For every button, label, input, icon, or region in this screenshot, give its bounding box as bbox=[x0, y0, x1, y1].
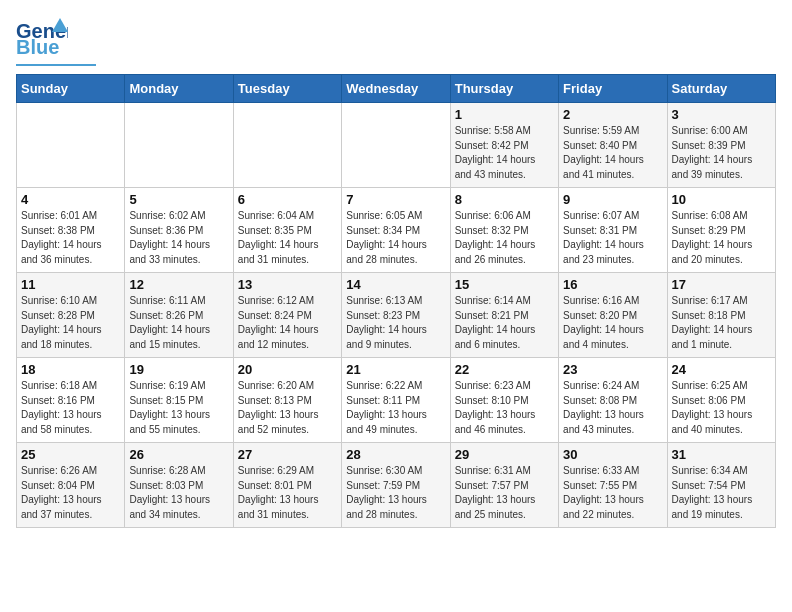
calendar-cell: 13Sunrise: 6:12 AM Sunset: 8:24 PM Dayli… bbox=[233, 273, 341, 358]
calendar-header-row: SundayMondayTuesdayWednesdayThursdayFrid… bbox=[17, 75, 776, 103]
calendar-cell: 3Sunrise: 6:00 AM Sunset: 8:39 PM Daylig… bbox=[667, 103, 775, 188]
day-info: Sunrise: 6:30 AM Sunset: 7:59 PM Dayligh… bbox=[346, 464, 445, 522]
logo-line bbox=[16, 64, 96, 66]
day-number: 2 bbox=[563, 107, 662, 122]
day-number: 26 bbox=[129, 447, 228, 462]
calendar-cell: 22Sunrise: 6:23 AM Sunset: 8:10 PM Dayli… bbox=[450, 358, 558, 443]
calendar-cell: 6Sunrise: 6:04 AM Sunset: 8:35 PM Daylig… bbox=[233, 188, 341, 273]
day-number: 31 bbox=[672, 447, 771, 462]
calendar-body: 1Sunrise: 5:58 AM Sunset: 8:42 PM Daylig… bbox=[17, 103, 776, 528]
calendar-cell bbox=[342, 103, 450, 188]
day-info: Sunrise: 6:04 AM Sunset: 8:35 PM Dayligh… bbox=[238, 209, 337, 267]
calendar-cell bbox=[233, 103, 341, 188]
calendar-cell: 19Sunrise: 6:19 AM Sunset: 8:15 PM Dayli… bbox=[125, 358, 233, 443]
day-info: Sunrise: 6:25 AM Sunset: 8:06 PM Dayligh… bbox=[672, 379, 771, 437]
weekday-header-thursday: Thursday bbox=[450, 75, 558, 103]
calendar-cell: 26Sunrise: 6:28 AM Sunset: 8:03 PM Dayli… bbox=[125, 443, 233, 528]
day-number: 11 bbox=[21, 277, 120, 292]
day-info: Sunrise: 6:00 AM Sunset: 8:39 PM Dayligh… bbox=[672, 124, 771, 182]
calendar-cell: 11Sunrise: 6:10 AM Sunset: 8:28 PM Dayli… bbox=[17, 273, 125, 358]
day-info: Sunrise: 6:34 AM Sunset: 7:54 PM Dayligh… bbox=[672, 464, 771, 522]
weekday-header-friday: Friday bbox=[559, 75, 667, 103]
day-number: 21 bbox=[346, 362, 445, 377]
day-info: Sunrise: 6:08 AM Sunset: 8:29 PM Dayligh… bbox=[672, 209, 771, 267]
day-info: Sunrise: 6:14 AM Sunset: 8:21 PM Dayligh… bbox=[455, 294, 554, 352]
day-number: 29 bbox=[455, 447, 554, 462]
weekday-header-wednesday: Wednesday bbox=[342, 75, 450, 103]
calendar-cell: 1Sunrise: 5:58 AM Sunset: 8:42 PM Daylig… bbox=[450, 103, 558, 188]
calendar-cell: 4Sunrise: 6:01 AM Sunset: 8:38 PM Daylig… bbox=[17, 188, 125, 273]
calendar-cell: 16Sunrise: 6:16 AM Sunset: 8:20 PM Dayli… bbox=[559, 273, 667, 358]
calendar-cell: 23Sunrise: 6:24 AM Sunset: 8:08 PM Dayli… bbox=[559, 358, 667, 443]
calendar-week-3: 11Sunrise: 6:10 AM Sunset: 8:28 PM Dayli… bbox=[17, 273, 776, 358]
day-number: 7 bbox=[346, 192, 445, 207]
day-number: 13 bbox=[238, 277, 337, 292]
day-info: Sunrise: 6:20 AM Sunset: 8:13 PM Dayligh… bbox=[238, 379, 337, 437]
day-info: Sunrise: 6:13 AM Sunset: 8:23 PM Dayligh… bbox=[346, 294, 445, 352]
day-info: Sunrise: 5:58 AM Sunset: 8:42 PM Dayligh… bbox=[455, 124, 554, 182]
day-number: 4 bbox=[21, 192, 120, 207]
day-number: 5 bbox=[129, 192, 228, 207]
calendar-cell: 12Sunrise: 6:11 AM Sunset: 8:26 PM Dayli… bbox=[125, 273, 233, 358]
day-number: 8 bbox=[455, 192, 554, 207]
svg-text:Blue: Blue bbox=[16, 36, 59, 58]
day-info: Sunrise: 6:18 AM Sunset: 8:16 PM Dayligh… bbox=[21, 379, 120, 437]
calendar-cell: 9Sunrise: 6:07 AM Sunset: 8:31 PM Daylig… bbox=[559, 188, 667, 273]
calendar-cell bbox=[17, 103, 125, 188]
calendar-cell: 20Sunrise: 6:20 AM Sunset: 8:13 PM Dayli… bbox=[233, 358, 341, 443]
day-number: 20 bbox=[238, 362, 337, 377]
day-info: Sunrise: 6:05 AM Sunset: 8:34 PM Dayligh… bbox=[346, 209, 445, 267]
calendar-cell: 30Sunrise: 6:33 AM Sunset: 7:55 PM Dayli… bbox=[559, 443, 667, 528]
calendar-cell: 25Sunrise: 6:26 AM Sunset: 8:04 PM Dayli… bbox=[17, 443, 125, 528]
day-number: 22 bbox=[455, 362, 554, 377]
day-info: Sunrise: 6:17 AM Sunset: 8:18 PM Dayligh… bbox=[672, 294, 771, 352]
day-number: 17 bbox=[672, 277, 771, 292]
day-info: Sunrise: 6:29 AM Sunset: 8:01 PM Dayligh… bbox=[238, 464, 337, 522]
day-number: 12 bbox=[129, 277, 228, 292]
page-header: General Blue bbox=[16, 16, 776, 66]
calendar-cell bbox=[125, 103, 233, 188]
weekday-header-saturday: Saturday bbox=[667, 75, 775, 103]
day-info: Sunrise: 6:01 AM Sunset: 8:38 PM Dayligh… bbox=[21, 209, 120, 267]
day-info: Sunrise: 6:23 AM Sunset: 8:10 PM Dayligh… bbox=[455, 379, 554, 437]
day-number: 14 bbox=[346, 277, 445, 292]
day-info: Sunrise: 6:24 AM Sunset: 8:08 PM Dayligh… bbox=[563, 379, 662, 437]
day-number: 19 bbox=[129, 362, 228, 377]
day-info: Sunrise: 6:22 AM Sunset: 8:11 PM Dayligh… bbox=[346, 379, 445, 437]
day-number: 28 bbox=[346, 447, 445, 462]
day-info: Sunrise: 6:31 AM Sunset: 7:57 PM Dayligh… bbox=[455, 464, 554, 522]
day-info: Sunrise: 6:07 AM Sunset: 8:31 PM Dayligh… bbox=[563, 209, 662, 267]
day-number: 16 bbox=[563, 277, 662, 292]
day-number: 10 bbox=[672, 192, 771, 207]
day-info: Sunrise: 6:12 AM Sunset: 8:24 PM Dayligh… bbox=[238, 294, 337, 352]
day-number: 27 bbox=[238, 447, 337, 462]
calendar-cell: 21Sunrise: 6:22 AM Sunset: 8:11 PM Dayli… bbox=[342, 358, 450, 443]
day-number: 6 bbox=[238, 192, 337, 207]
weekday-header-sunday: Sunday bbox=[17, 75, 125, 103]
calendar-week-2: 4Sunrise: 6:01 AM Sunset: 8:38 PM Daylig… bbox=[17, 188, 776, 273]
calendar-cell: 15Sunrise: 6:14 AM Sunset: 8:21 PM Dayli… bbox=[450, 273, 558, 358]
day-info: Sunrise: 6:26 AM Sunset: 8:04 PM Dayligh… bbox=[21, 464, 120, 522]
calendar-cell: 14Sunrise: 6:13 AM Sunset: 8:23 PM Dayli… bbox=[342, 273, 450, 358]
day-number: 1 bbox=[455, 107, 554, 122]
calendar-week-4: 18Sunrise: 6:18 AM Sunset: 8:16 PM Dayli… bbox=[17, 358, 776, 443]
day-number: 18 bbox=[21, 362, 120, 377]
day-number: 24 bbox=[672, 362, 771, 377]
day-info: Sunrise: 6:02 AM Sunset: 8:36 PM Dayligh… bbox=[129, 209, 228, 267]
calendar-cell: 24Sunrise: 6:25 AM Sunset: 8:06 PM Dayli… bbox=[667, 358, 775, 443]
calendar-cell: 31Sunrise: 6:34 AM Sunset: 7:54 PM Dayli… bbox=[667, 443, 775, 528]
calendar-table: SundayMondayTuesdayWednesdayThursdayFrid… bbox=[16, 74, 776, 528]
calendar-cell: 2Sunrise: 5:59 AM Sunset: 8:40 PM Daylig… bbox=[559, 103, 667, 188]
calendar-cell: 17Sunrise: 6:17 AM Sunset: 8:18 PM Dayli… bbox=[667, 273, 775, 358]
day-number: 3 bbox=[672, 107, 771, 122]
weekday-header-tuesday: Tuesday bbox=[233, 75, 341, 103]
calendar-week-1: 1Sunrise: 5:58 AM Sunset: 8:42 PM Daylig… bbox=[17, 103, 776, 188]
calendar-cell: 8Sunrise: 6:06 AM Sunset: 8:32 PM Daylig… bbox=[450, 188, 558, 273]
calendar-cell: 5Sunrise: 6:02 AM Sunset: 8:36 PM Daylig… bbox=[125, 188, 233, 273]
day-number: 15 bbox=[455, 277, 554, 292]
day-info: Sunrise: 6:28 AM Sunset: 8:03 PM Dayligh… bbox=[129, 464, 228, 522]
calendar-cell: 29Sunrise: 6:31 AM Sunset: 7:57 PM Dayli… bbox=[450, 443, 558, 528]
day-info: Sunrise: 6:11 AM Sunset: 8:26 PM Dayligh… bbox=[129, 294, 228, 352]
calendar-cell: 27Sunrise: 6:29 AM Sunset: 8:01 PM Dayli… bbox=[233, 443, 341, 528]
day-info: Sunrise: 6:10 AM Sunset: 8:28 PM Dayligh… bbox=[21, 294, 120, 352]
